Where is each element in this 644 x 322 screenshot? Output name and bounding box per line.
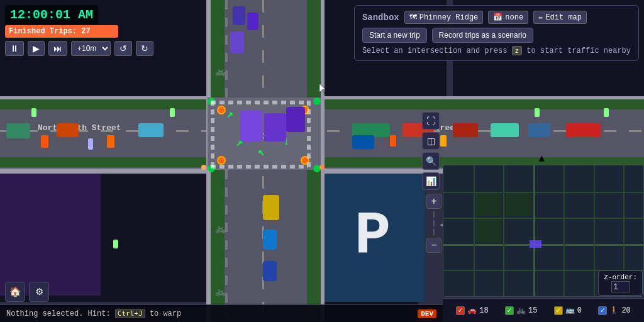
legend-ped-checkbox[interactable]: ✓: [598, 306, 607, 315]
bike-top2: [170, 108, 175, 117]
car-v1: [230, 31, 244, 53]
car-east6: [566, 123, 601, 137]
legend-bike-count: 15: [528, 306, 537, 315]
crosswalk-left: [211, 101, 214, 170]
chart-button[interactable]: 📊: [422, 172, 440, 190]
car-east7: [352, 135, 374, 149]
arrow-east1: [390, 135, 396, 147]
status-suffix: to warp: [150, 309, 181, 318]
zoom-separator3: [433, 229, 435, 235]
car-v3: [247, 13, 258, 30]
fast-forward-button[interactable]: ⏭: [48, 41, 67, 56]
fullscreen-button[interactable]: ⛶: [422, 112, 440, 130]
home-button[interactable]: 🏠: [5, 282, 25, 302]
pedestrian-1: [201, 165, 206, 170]
car-east4: [491, 123, 519, 137]
arrow-5: ↖: [258, 145, 265, 158]
legend-bus-checkbox[interactable]: ✓: [554, 306, 563, 315]
legend-pedestrian: ✓ 🚶 20: [598, 306, 630, 315]
status-key: Ctrl+J: [115, 309, 145, 318]
playback-controls: ⏸ ▶ ⏭ +10m +1m +30s ↺ ↻: [5, 41, 153, 56]
bike-south: [113, 240, 118, 248]
crosswalk-right: [307, 101, 311, 170]
car-arrow-up2: [107, 135, 114, 148]
bike-west1: [88, 138, 93, 150]
legend-bike-checkbox[interactable]: ✓: [505, 306, 514, 315]
scenario-badge[interactable]: 📅 none: [488, 11, 528, 24]
legend-car-icon: 🚗: [467, 306, 477, 315]
pause-button[interactable]: ⏸: [5, 41, 24, 56]
new-trip-button[interactable]: Start a new trip: [362, 28, 427, 43]
arrow-1: ↗: [226, 107, 233, 121]
reset-button[interactable]: ↺: [114, 41, 132, 56]
edit-icon: ✏: [538, 13, 543, 22]
settings-button[interactable]: ⚙: [29, 282, 49, 302]
car-south3: [263, 261, 277, 281]
zoom-in-button[interactable]: +: [426, 194, 441, 209]
zoom-separator2: [433, 220, 435, 226]
play-button[interactable]: ▶: [28, 41, 45, 56]
sandbox-title-row: Sandbox 🗺 Phinney Ridge 📅 none ✏ Edit ma…: [362, 11, 631, 24]
bottom-legend: ✓ 🚗 18 ✓ 🚲 15 ✓ 🚌 0 ✓ 🚶 20: [443, 298, 644, 322]
neighborhood-name: Phinney Ridge: [419, 13, 479, 22]
bike-symbol-2: 🚲: [215, 223, 226, 234]
search-button[interactable]: 🔍: [422, 152, 440, 170]
legend-bike-icon: 🚲: [516, 306, 526, 315]
scenario-icon: 📅: [493, 13, 502, 22]
ped-signal-2: [313, 97, 321, 105]
parking-icon: P: [355, 202, 391, 270]
car-east5: [528, 123, 550, 137]
signal-tl: [217, 106, 226, 114]
car-south1: [263, 195, 279, 220]
legend-bus: ✓ 🚌 0: [554, 306, 582, 315]
parking-lot: P: [321, 170, 425, 302]
neighborhood-badge[interactable]: 🗺 Phinney Ridge: [404, 11, 484, 24]
legend-car: ✓ 🚗 18: [456, 306, 488, 315]
hint-key: z: [512, 46, 523, 55]
bike-east1: [535, 108, 540, 117]
vroad-dash-2: [225, 170, 228, 322]
sandbox-hint: Select an intersection and press z to st…: [362, 47, 631, 55]
car-west1: [6, 123, 30, 138]
layers-button[interactable]: ◫: [422, 132, 440, 150]
legend-ped-count: 20: [621, 306, 630, 315]
car-int1: [240, 110, 262, 142]
zoom-separator: [433, 211, 435, 218]
legend-ped-icon: 🚶: [609, 306, 619, 315]
restart-button[interactable]: ↻: [136, 41, 153, 56]
vroad-dash-1: [225, 0, 228, 97]
speed-select[interactable]: +10m +1m +30s: [71, 41, 111, 56]
status-main: Nothing selected. Hint:: [6, 309, 111, 318]
pedestrian-2: [319, 165, 325, 170]
sandbox-label: Sandbox: [362, 13, 399, 23]
edit-map-badge[interactable]: ✏ Edit map: [533, 11, 587, 24]
car-v2: [233, 6, 245, 25]
crosswalk-bottom: [211, 165, 308, 169]
bike-top1: [31, 108, 36, 117]
status-text: Nothing selected. Hint: Ctrl+J to warp: [6, 309, 181, 318]
car-int2: [264, 113, 286, 142]
legend-bus-icon: 🚌: [565, 306, 575, 315]
car-west3: [138, 123, 164, 137]
minimap-nav-up[interactable]: ▲: [538, 153, 545, 165]
record-trips-button[interactable]: Record trips as a scenario: [432, 28, 533, 43]
z-order-input[interactable]: [611, 281, 630, 292]
car-west2: [57, 123, 79, 137]
hint-text: Select an intersection and press: [362, 47, 507, 55]
street-label-west: North 87th Street: [38, 123, 121, 133]
hint-suffix: to start traffic nearby: [526, 47, 631, 55]
legend-car-checkbox[interactable]: ✓: [456, 306, 465, 315]
sandbox-panel: Sandbox 🗺 Phinney Ridge 📅 none ✏ Edit ma…: [354, 5, 639, 61]
dev-badge: DEV: [418, 309, 436, 318]
legend-car-count: 18: [479, 306, 488, 315]
arrow-east2: [440, 135, 447, 147]
legend-bike: ✓ 🚲 15: [505, 306, 537, 315]
car-int3: [286, 107, 305, 132]
zoom-out-button[interactable]: −: [426, 238, 441, 253]
scenario-name: none: [505, 13, 523, 22]
signal-bl: [217, 156, 226, 165]
bike-symbol-3: 🚲: [215, 286, 226, 297]
bike-symbol-1: 🚲: [215, 66, 226, 77]
z-order-panel: Z-order:: [598, 270, 643, 296]
car-east3: [453, 123, 478, 137]
